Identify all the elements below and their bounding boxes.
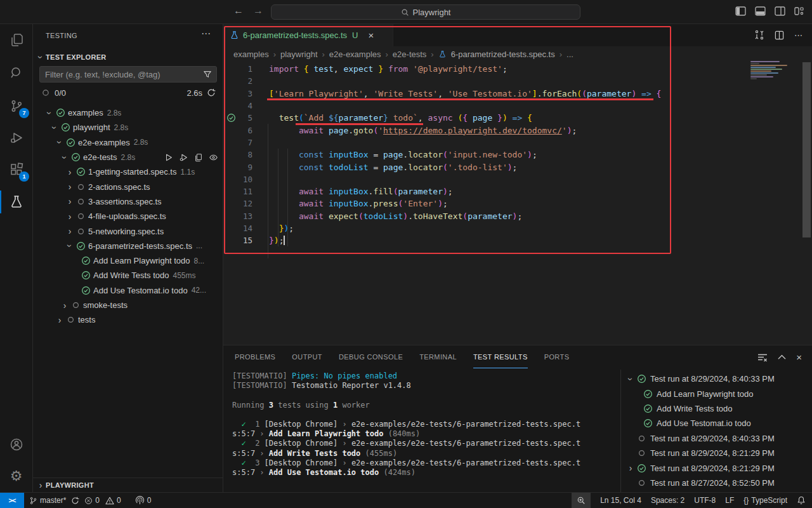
indentation-status[interactable]: Spaces: 2: [651, 496, 684, 505]
test-result-item[interactable]: ›Add Use Testomat.io todo: [623, 416, 812, 431]
test-result-item[interactable]: ›Test run at 8/29/2024, 8:40:33 PM: [623, 371, 812, 386]
test-tree-item[interactable]: ›Add Learn Playwright todo8...: [33, 253, 223, 268]
git-branch-status[interactable]: master*: [29, 496, 79, 505]
code-line[interactable]: 9 const todoList = page.locator('.todo-l…: [223, 161, 812, 173]
filter-funnel-icon[interactable]: [203, 70, 212, 79]
code-line[interactable]: 4: [223, 100, 812, 112]
code-line[interactable]: 7: [223, 137, 812, 149]
test-filter-input[interactable]: [40, 70, 203, 79]
test-tree-item[interactable]: ›6-parametrized-tests.spec.ts...: [33, 239, 223, 253]
code-line[interactable]: 1import { test, expect } from '@playwrig…: [223, 63, 812, 75]
terminal-output[interactable]: [TESTOMATIO] Pipes: No pipes enabled[TES…: [232, 371, 613, 478]
code-line[interactable]: 2: [223, 75, 812, 87]
test-tree-item[interactable]: ›4-file-uploads.spec.ts: [33, 209, 223, 224]
test-result-item[interactable]: ›Add Write Tests todo: [623, 401, 812, 416]
explorer-icon[interactable]: [0, 25, 32, 55]
code-line[interactable]: 13 await expect(todoList).toHaveText(par…: [223, 210, 812, 222]
eol-status[interactable]: LF: [725, 496, 734, 505]
run-test-icon[interactable]: [164, 153, 173, 162]
playwright-section-header[interactable]: › PLAYWRIGHT: [33, 478, 223, 492]
go-to-test-icon[interactable]: [194, 153, 203, 162]
tab-6-parametrized-tests[interactable]: 6-parametrized-tests.spec.ts U ×: [223, 24, 393, 46]
editor-more-actions-icon[interactable]: ⋯: [794, 30, 803, 40]
split-editor-icon[interactable]: [775, 30, 784, 40]
settings-gear-icon[interactable]: ⚙: [0, 461, 32, 491]
reveal-output-icon[interactable]: [209, 153, 218, 162]
source-control-icon[interactable]: 7: [0, 91, 32, 121]
code-line[interactable]: 8 const inputBox = page.locator('input.n…: [223, 149, 812, 161]
testing-view-icon[interactable]: [0, 187, 32, 217]
code-line[interactable]: 6 await page.goto('https://demo.playwrig…: [223, 124, 812, 136]
breadcrumb-item[interactable]: playwright: [280, 50, 318, 59]
code-editor[interactable]: 1import { test, expect } from '@playwrig…: [223, 63, 812, 246]
code-line[interactable]: 15});: [223, 234, 812, 246]
toggle-sidebar-icon[interactable]: [735, 6, 746, 16]
test-tree-item[interactable]: ›playwright2.8s: [33, 120, 223, 135]
test-tree-item[interactable]: ›smoke-tests: [33, 298, 223, 312]
test-tree-item[interactable]: ›5-networking.spec.ts: [33, 224, 223, 238]
language-status[interactable]: {}TypeScript: [743, 496, 787, 505]
back-arrow-icon[interactable]: ←: [232, 5, 246, 17]
test-explorer-header[interactable]: › TEST EXPLORER: [36, 51, 107, 64]
breadcrumb-item[interactable]: examples: [233, 50, 269, 59]
notifications-bell-icon[interactable]: [797, 496, 806, 505]
customize-layout-icon[interactable]: [794, 6, 804, 16]
close-tab-icon[interactable]: ×: [368, 30, 374, 41]
open-changes-icon[interactable]: [754, 30, 764, 40]
zoom-indicator[interactable]: [572, 493, 591, 508]
test-tree-item[interactable]: ›2-actions.spec.ts: [33, 179, 223, 194]
breadcrumb[interactable]: examples› playwright› e2e-examples› e2e-…: [223, 46, 812, 62]
clear-results-icon[interactable]: [757, 353, 768, 362]
code-line[interactable]: 11 await inputBox.fill(parameter);: [223, 185, 812, 197]
problems-status[interactable]: 0 0: [84, 496, 121, 505]
command-center-search[interactable]: Playwright: [271, 4, 580, 20]
more-actions-icon[interactable]: ⋯: [201, 28, 211, 39]
ports-status[interactable]: 0: [135, 496, 152, 505]
test-result-item[interactable]: ›Test run at 8/29/2024, 8:40:33 PM: [623, 431, 812, 446]
cursor-position[interactable]: Ln 15, Col 4: [600, 496, 641, 505]
code-line[interactable]: 3['Learn Playwright', 'Write Tests', 'Us…: [223, 88, 812, 100]
panel-tab-terminal[interactable]: TERMINAL: [419, 345, 457, 368]
panel-tab-test-results[interactable]: TEST RESULTS: [473, 345, 528, 368]
panel-divider[interactable]: [620, 370, 621, 492]
remote-indicator[interactable]: ><: [0, 493, 24, 508]
accounts-icon[interactable]: [0, 429, 32, 460]
panel-tab-debug-console[interactable]: DEBUG CONSOLE: [339, 345, 403, 368]
code-line[interactable]: 14 });: [223, 222, 812, 234]
test-tree-item[interactable]: ›1-getting-started.spec.ts1.1s: [33, 164, 223, 179]
panel-tab-ports[interactable]: PORTS: [544, 345, 570, 368]
breadcrumb-more[interactable]: ...: [566, 50, 573, 59]
maximize-panel-icon[interactable]: [778, 354, 786, 360]
forward-arrow-icon[interactable]: →: [251, 5, 265, 17]
minimap[interactable]: [750, 61, 791, 83]
search-view-icon[interactable]: [0, 58, 32, 88]
test-tree-item[interactable]: ›tests: [33, 312, 223, 327]
debug-test-icon[interactable]: [179, 153, 188, 162]
code-line[interactable]: 5 test(`Add ${parameter} todo`, async ({…: [223, 112, 812, 124]
gutter-test-passed-icon[interactable]: [223, 113, 239, 123]
test-tree-item[interactable]: ›Add Use Testomat.io todo42...: [33, 283, 223, 298]
test-result-item[interactable]: ›Test run at 8/29/2024, 8:21:29 PM: [623, 446, 812, 460]
test-tree-item[interactable]: ›e2e-tests2.8s: [33, 150, 223, 164]
run-debug-icon[interactable]: [0, 123, 32, 153]
code-line[interactable]: 10: [223, 173, 812, 185]
test-result-item[interactable]: ›Add Learn Playwright todo: [623, 386, 812, 401]
refresh-tests-icon[interactable]: [207, 88, 216, 97]
test-tree-item[interactable]: ›examples2.8s: [33, 105, 223, 120]
editor-scrollbar[interactable]: [802, 62, 811, 237]
close-panel-icon[interactable]: ×: [796, 352, 802, 363]
extensions-icon[interactable]: 1: [0, 154, 32, 185]
test-tree-item[interactable]: ›e2e-examples2.8s: [33, 135, 223, 150]
encoding-status[interactable]: UTF-8: [694, 496, 716, 505]
code-line[interactable]: 12 await inputBox.press('Enter');: [223, 197, 812, 210]
panel-tab-problems[interactable]: PROBLEMS: [235, 345, 275, 368]
test-result-item[interactable]: ›Test run at 8/29/2024, 8:21:29 PM: [623, 460, 812, 475]
toggle-secondary-sidebar-icon[interactable]: [775, 6, 785, 16]
panel-tab-output[interactable]: OUTPUT: [292, 345, 322, 368]
test-tree-item[interactable]: ›3-assertions.spec.ts: [33, 194, 223, 209]
breadcrumb-item[interactable]: e2e-tests: [393, 50, 426, 59]
toggle-panel-icon[interactable]: [755, 6, 766, 16]
breadcrumb-file[interactable]: 6-parametrized-tests.spec.ts: [451, 50, 555, 59]
test-result-item[interactable]: ›Test run at 8/27/2024, 8:52:50 PM: [623, 476, 812, 490]
breadcrumb-item[interactable]: e2e-examples: [329, 50, 381, 59]
